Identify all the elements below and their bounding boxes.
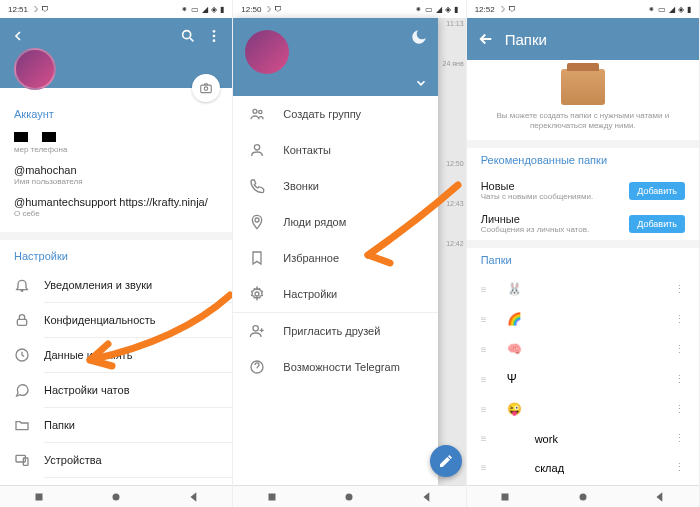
drag-handle-icon[interactable]: ≡ [481, 433, 493, 444]
drag-handle-icon[interactable]: ≡ [481, 284, 493, 295]
wifi-icon: ◈ [678, 5, 684, 14]
svg-point-17 [255, 292, 259, 296]
svg-rect-4 [201, 85, 212, 93]
folder-graphic [561, 69, 605, 105]
phone-field[interactable]: мер телефона [14, 126, 218, 158]
nav-home-icon[interactable] [576, 490, 590, 504]
drawer-item-contacts[interactable]: Контакты [233, 132, 438, 168]
search-icon[interactable] [180, 28, 196, 44]
more-icon[interactable]: ⋮ [674, 373, 685, 386]
avatar[interactable] [14, 48, 56, 90]
drawer-item-nearby[interactable]: Люди рядом [233, 204, 438, 240]
nav-recent-icon[interactable] [498, 490, 512, 504]
chevron-down-icon[interactable] [414, 76, 428, 90]
svg-point-0 [183, 31, 191, 39]
recommended-folder-personal: Личные Сообщения из личных чатов. Добави… [467, 207, 699, 240]
drawer-item-saved[interactable]: Избранное [233, 240, 438, 276]
rec-subtitle: Сообщения из личных чатов. [481, 225, 622, 234]
moon-icon: ☽ [264, 5, 271, 14]
person-icon [249, 142, 265, 158]
nav-back-icon[interactable] [187, 490, 201, 504]
svg-point-1 [213, 30, 216, 33]
status-time: 12:50 [241, 5, 261, 14]
bg-time: 12:50 [438, 158, 466, 198]
settings-item-privacy[interactable]: Конфиденциальность [0, 303, 232, 337]
shield-icon: ⛉ [508, 5, 516, 14]
profile-header [0, 18, 232, 88]
bio-hint: О себе [14, 209, 218, 218]
folder-row[interactable]: ≡🧠⋮ [467, 334, 699, 364]
item-label: Избранное [283, 252, 339, 264]
more-icon[interactable]: ⋮ [674, 283, 685, 296]
drawer-item-calls[interactable]: Звонки [233, 168, 438, 204]
folder-emoji: 🌈 [507, 312, 521, 326]
drawer-item-invite[interactable]: Пригласить друзей [233, 313, 438, 349]
add-button[interactable]: Добавить [629, 215, 685, 233]
settings-section: Настройки [0, 240, 232, 262]
compose-fab[interactable] [430, 445, 462, 477]
item-label: Создать группу [283, 108, 361, 120]
drag-handle-icon[interactable]: ≡ [481, 344, 493, 355]
wifi-icon: ◈ [211, 5, 217, 14]
status-bar: 12:52 ☽ ⛉ ⁕ ▭ ◢ ◈ ▮ [467, 0, 699, 18]
svg-rect-6 [17, 319, 26, 325]
nav-home-icon[interactable] [342, 490, 356, 504]
svg-rect-11 [35, 493, 42, 500]
more-icon[interactable] [206, 28, 222, 44]
more-icon[interactable]: ⋮ [674, 403, 685, 416]
night-mode-icon[interactable] [410, 28, 428, 46]
nav-drawer: Создать группу Контакты Звонки Люди рядо… [233, 18, 438, 485]
signal-icon: ◢ [436, 5, 442, 14]
status-bar: 12:50 ☽ ⛉ ⁕ ▭ ◢ ◈ ▮ [233, 0, 465, 18]
drawer-item-new-group[interactable]: Создать группу [233, 96, 438, 132]
back-icon[interactable] [10, 28, 26, 44]
nav-recent-icon[interactable] [32, 490, 46, 504]
item-label: Звонки [283, 180, 319, 192]
svg-rect-22 [502, 493, 509, 500]
username-value: @mahochan [14, 164, 218, 176]
folder-emoji: 🐰 [507, 282, 521, 296]
nav-recent-icon[interactable] [265, 490, 279, 504]
item-label: Контакты [283, 144, 331, 156]
svg-point-23 [579, 493, 586, 500]
settings-item-notifications[interactable]: Уведомления и звуки [0, 268, 232, 302]
phone-hint: мер телефона [14, 145, 218, 154]
add-button[interactable]: Добавить [629, 182, 685, 200]
more-icon[interactable]: ⋮ [674, 461, 685, 474]
folder-row[interactable]: ≡work⋮ [467, 424, 699, 453]
nav-back-icon[interactable] [420, 490, 434, 504]
avatar[interactable] [245, 30, 289, 74]
folder-name: work [535, 433, 660, 445]
page-title: Папки [505, 31, 689, 48]
screenshot-settings: 12:51 ☽ ⛉ ⁕ ▭ ◢ ◈ ▮ [0, 0, 233, 507]
status-time: 12:52 [475, 5, 495, 14]
username-field[interactable]: @mahochan Имя пользователя [14, 158, 218, 190]
nav-back-icon[interactable] [653, 490, 667, 504]
drawer-item-features[interactable]: Возможности Telegram [233, 349, 438, 385]
drawer-item-settings[interactable]: Настройки [233, 276, 438, 312]
folder-row[interactable]: ≡Ψ⋮ [467, 364, 699, 394]
folder-row[interactable]: ≡😜⋮ [467, 394, 699, 424]
settings-item-data[interactable]: Данные и память [0, 338, 232, 372]
drag-handle-icon[interactable]: ≡ [481, 314, 493, 325]
back-icon[interactable] [477, 30, 495, 48]
nav-home-icon[interactable] [109, 490, 123, 504]
bg-time: 24 янв [438, 58, 466, 98]
more-icon[interactable]: ⋮ [674, 343, 685, 356]
drag-handle-icon[interactable]: ≡ [481, 462, 493, 473]
bio-field[interactable]: @humantechsupport https://krafty.ninja/ … [14, 190, 218, 222]
settings-item-chat[interactable]: Настройки чатов [0, 373, 232, 407]
folder-row[interactable]: ≡🌈⋮ [467, 304, 699, 334]
settings-item-folders[interactable]: Папки [0, 408, 232, 442]
more-icon[interactable]: ⋮ [674, 432, 685, 445]
more-icon[interactable]: ⋮ [674, 313, 685, 326]
folder-row[interactable]: ≡🐰⋮ [467, 274, 699, 304]
folder-row[interactable]: ≡склад⋮ [467, 453, 699, 482]
drag-handle-icon[interactable]: ≡ [481, 374, 493, 385]
svg-point-15 [255, 145, 260, 150]
svg-point-18 [253, 326, 258, 331]
settings-item-devices[interactable]: Устройства [0, 443, 232, 477]
section-label-folders: Папки [481, 254, 685, 266]
svg-point-16 [255, 218, 259, 222]
drag-handle-icon[interactable]: ≡ [481, 404, 493, 415]
